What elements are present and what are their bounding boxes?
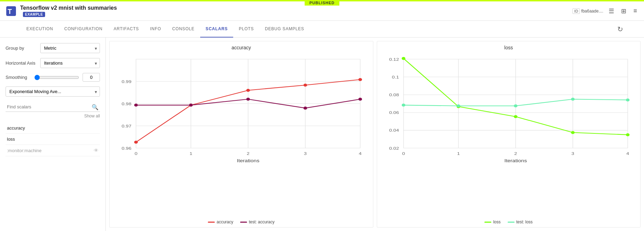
accuracy-chart-title: accuracy [113, 45, 370, 50]
svg-text:1: 1 [189, 151, 192, 156]
svg-text:4: 4 [626, 151, 629, 156]
svg-text:0.96: 0.96 [122, 146, 132, 150]
tab-scalars[interactable]: SCALARS [200, 21, 234, 38]
top-bar: PUBLISHED [0, 0, 644, 1]
published-badge: PUBLISHED [305, 0, 340, 6]
svg-point-64 [626, 98, 629, 101]
svg-point-31 [358, 98, 362, 101]
scalar-name-accuracy: accuracy [7, 125, 25, 131]
svg-point-62 [514, 104, 517, 107]
svg-text:3: 3 [304, 151, 307, 156]
charts-area: accuracy 0.96 0.97 [106, 38, 644, 231]
eye-slash-icon: 👁 [94, 148, 99, 153]
legend-loss: loss [484, 220, 500, 224]
svg-point-59 [626, 133, 629, 137]
show-all-link[interactable]: Show all [84, 114, 100, 118]
smoothing-label: Smoothing [6, 75, 34, 80]
task-id: ID fba6aade.... [573, 8, 603, 14]
svg-text:0: 0 [402, 151, 405, 156]
accuracy-chart-legend: accuracy test: accuracy [113, 220, 370, 224]
id-value: fba6aade.... [581, 9, 603, 14]
svg-point-22 [134, 141, 138, 144]
legend-loss-label: loss [493, 220, 500, 224]
svg-text:0.98: 0.98 [122, 101, 132, 106]
legend-test-loss-color [508, 222, 515, 223]
svg-point-60 [401, 104, 405, 107]
smoothing-value-input[interactable] [83, 73, 100, 82]
scalar-item-loss[interactable]: loss [6, 134, 100, 145]
scalar-item-accuracy[interactable]: accuracy [6, 123, 100, 134]
group-by-select-wrapper: Metric None [40, 43, 100, 53]
nav-tabs: EXECUTION CONFIGURATION ARTIFACTS INFO C… [0, 21, 644, 38]
loss-chart-legend: loss test: loss [381, 220, 637, 224]
svg-text:0.97: 0.97 [122, 124, 132, 128]
svg-text:T: T [8, 8, 12, 15]
refresh-icon[interactable]: ↻ [617, 25, 623, 33]
menu-icon-button[interactable]: ≡ [632, 6, 638, 16]
search-input[interactable] [6, 102, 100, 112]
svg-point-58 [571, 131, 575, 134]
tab-artifacts[interactable]: ARTIFACTS [108, 21, 144, 38]
scalar-item-monitor[interactable]: :monitor:machine 👁 [6, 145, 100, 156]
svg-text:Iterations: Iterations [504, 158, 527, 163]
group-by-row: Group by Metric None [6, 43, 100, 53]
tab-console[interactable]: CONSOLE [167, 21, 200, 38]
main-layout: Group by Metric None Horizontal Axis Ite… [0, 38, 644, 231]
svg-text:0.12: 0.12 [389, 57, 399, 61]
legend-accuracy: accuracy [208, 220, 233, 224]
svg-point-27 [134, 104, 138, 107]
svg-text:2: 2 [514, 151, 517, 156]
scalar-name-monitor: :monitor:machine [7, 148, 42, 153]
svg-point-30 [304, 107, 307, 110]
svg-point-25 [304, 84, 307, 87]
smoothing-type-select-wrapper: Exponential Moving Ave... None Gaussian [6, 86, 100, 97]
svg-point-26 [358, 78, 362, 81]
accuracy-chart-svg: 0.96 0.97 0.98 0.99 0 1 2 3 4 Iterations [113, 52, 370, 218]
horizontal-axis-select[interactable]: Iterations Time Epochs [40, 58, 100, 68]
svg-point-28 [189, 104, 193, 107]
loss-chart-svg: 0.12 0.1 0.08 0.06 0.04 0.02 0 1 2 3 4 I… [381, 52, 637, 218]
tab-info[interactable]: INFO [144, 21, 167, 38]
layout-icon-button[interactable]: ⊞ [620, 6, 628, 16]
app-title: Tensorflow v2 mnist with summaries [20, 5, 117, 11]
svg-text:0.08: 0.08 [389, 92, 399, 97]
legend-test-loss: test: loss [508, 220, 533, 224]
tab-plots[interactable]: PLOTS [233, 21, 259, 38]
group-by-select[interactable]: Metric None [40, 43, 100, 53]
svg-text:0.04: 0.04 [389, 128, 399, 133]
svg-text:Iterations: Iterations [237, 158, 260, 163]
svg-text:0.99: 0.99 [122, 79, 132, 84]
search-row: 🔍 [6, 102, 100, 112]
svg-text:3: 3 [571, 151, 574, 156]
horizontal-axis-row: Horizontal Axis Iterations Time Epochs [6, 58, 100, 68]
legend-loss-color [484, 222, 491, 223]
legend-test-accuracy-color [240, 222, 247, 223]
app-logo: T [6, 6, 17, 17]
svg-point-57 [514, 115, 517, 118]
loss-chart: loss 0.12 [377, 41, 641, 228]
legend-test-accuracy: test: accuracy [240, 220, 274, 224]
smoothing-type-row: Exponential Moving Ave... None Gaussian [6, 86, 100, 97]
tab-debug-samples[interactable]: DEBUG SAMPLES [260, 21, 310, 38]
smoothing-slider[interactable] [34, 75, 79, 80]
id-label: ID [573, 8, 580, 14]
header-right: ID fba6aade.... ☰ ⊞ ≡ [573, 6, 638, 16]
legend-accuracy-label: accuracy [217, 220, 233, 224]
tab-execution[interactable]: EXECUTION [21, 21, 59, 38]
svg-text:0.1: 0.1 [392, 75, 399, 79]
accuracy-chart: accuracy 0.96 0.97 [109, 41, 373, 228]
tab-configuration[interactable]: CONFIGURATION [59, 21, 108, 38]
document-icon-button[interactable]: ☰ [607, 6, 616, 16]
svg-point-55 [401, 57, 405, 60]
svg-text:4: 4 [359, 151, 362, 156]
smoothing-type-select[interactable]: Exponential Moving Ave... None Gaussian [6, 86, 100, 97]
scalar-name-loss: loss [7, 137, 15, 142]
svg-point-63 [571, 98, 575, 101]
loss-chart-title: loss [381, 45, 637, 50]
svg-point-29 [246, 98, 250, 101]
group-by-label: Group by [6, 46, 40, 51]
svg-text:0.06: 0.06 [389, 110, 399, 115]
horizontal-axis-label: Horizontal Axis [6, 60, 40, 66]
horizontal-axis-select-wrapper: Iterations Time Epochs [40, 58, 100, 68]
legend-accuracy-color [208, 222, 215, 223]
